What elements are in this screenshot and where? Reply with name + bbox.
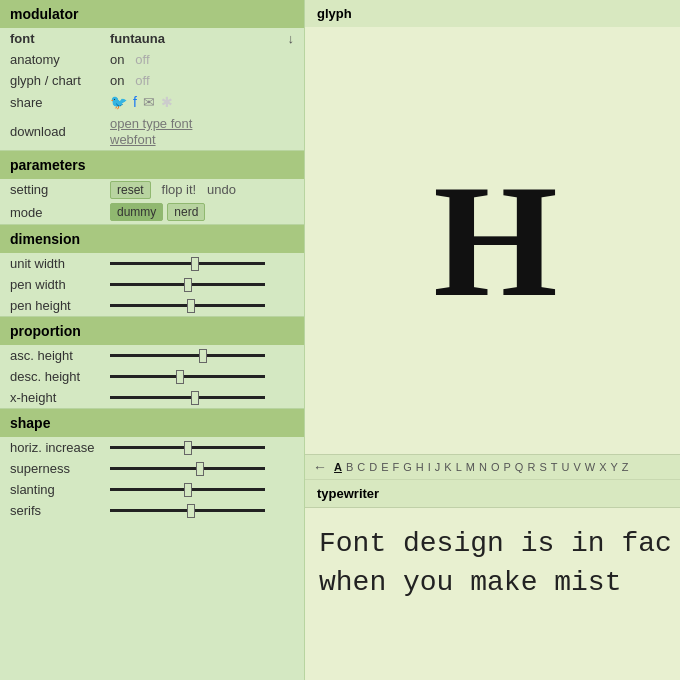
flop-button[interactable]: flop it!	[162, 182, 197, 197]
serifs-slider[interactable]	[110, 509, 265, 512]
modulator-header: modulator	[0, 0, 304, 28]
typewriter-header: typewriter	[305, 480, 680, 508]
horiz-increase-slider[interactable]	[110, 446, 265, 449]
asc-height-label: asc. height	[10, 348, 110, 363]
shape-section: shape horiz. increase superness slanting…	[0, 408, 304, 521]
serifs-row: serifs	[0, 500, 304, 521]
letter-Z[interactable]: Z	[621, 461, 630, 473]
pen-height-row: pen height	[0, 295, 304, 316]
left-panel: modulator font funtauna ↓ anatomy on off…	[0, 0, 305, 680]
letter-K[interactable]: K	[443, 461, 452, 473]
letter-A[interactable]: A	[333, 461, 343, 473]
unit-width-row: unit width	[0, 253, 304, 274]
glyph-chart-toggles: on off	[100, 70, 304, 91]
open-type-font-link[interactable]: open type font	[110, 116, 294, 131]
mode-buttons: dummy nerd	[110, 203, 294, 221]
dimension-section: dimension unit width pen width pen heigh…	[0, 224, 304, 316]
letter-U[interactable]: U	[560, 461, 570, 473]
glyph-header: glyph	[305, 0, 680, 27]
letter-H[interactable]: H	[415, 461, 425, 473]
letter-S[interactable]: S	[538, 461, 547, 473]
letter-X[interactable]: X	[598, 461, 607, 473]
twitter-icon[interactable]: 🐦	[110, 94, 127, 110]
font-name[interactable]: funtauna	[110, 31, 165, 46]
typewriter-text[interactable]: Font design is in fac when you make mist	[305, 508, 680, 618]
letter-B[interactable]: B	[345, 461, 354, 473]
anatomy-on-toggle[interactable]: on	[110, 52, 124, 67]
desc-height-slider[interactable]	[110, 375, 265, 378]
superness-slider[interactable]	[110, 467, 265, 470]
share-label: share	[0, 91, 100, 113]
share-icons: 🐦 f ✉ ✱	[110, 94, 294, 110]
glyph-off-toggle[interactable]: off	[135, 73, 149, 88]
typewriter-line1: Font design is in fac	[319, 524, 672, 563]
letter-G[interactable]: G	[402, 461, 413, 473]
glyph-chart-label: glyph / chart	[0, 70, 100, 91]
x-height-row: x-height	[0, 387, 304, 408]
letter-W[interactable]: W	[584, 461, 596, 473]
letter-F[interactable]: F	[392, 461, 401, 473]
font-row: font funtauna ↓	[0, 28, 304, 49]
slanting-slider[interactable]	[110, 488, 265, 491]
letter-N[interactable]: N	[478, 461, 488, 473]
letter-T[interactable]: T	[550, 461, 559, 473]
parameters-header: parameters	[0, 151, 304, 179]
setting-row: setting reset flop it! undo	[0, 179, 304, 200]
pen-height-slider[interactable]	[110, 304, 265, 307]
dummy-mode-button[interactable]: dummy	[110, 203, 163, 221]
desc-height-row: desc. height	[0, 366, 304, 387]
letter-I[interactable]: I	[427, 461, 432, 473]
anatomy-off-toggle[interactable]: off	[135, 52, 149, 67]
download-row: download open type font webfont	[0, 113, 304, 150]
anatomy-label: anatomy	[0, 49, 100, 70]
asc-height-slider[interactable]	[110, 354, 265, 357]
horiz-increase-row: horiz. increase	[0, 437, 304, 458]
slanting-label: slanting	[10, 482, 110, 497]
dimension-title: dimension	[10, 231, 80, 247]
unit-width-label: unit width	[10, 256, 110, 271]
facebook-icon[interactable]: f	[133, 94, 137, 110]
letter-M[interactable]: M	[465, 461, 476, 473]
letter-Y[interactable]: Y	[609, 461, 618, 473]
superness-label: superness	[10, 461, 110, 476]
mode-label: mode	[0, 200, 100, 224]
share-icons-cell: 🐦 f ✉ ✱	[100, 91, 304, 113]
letter-L[interactable]: L	[455, 461, 463, 473]
pen-width-slider[interactable]	[110, 283, 265, 286]
proportion-header: proportion	[0, 317, 304, 345]
proportion-section: proportion asc. height desc. height x-he…	[0, 316, 304, 408]
letter-V[interactable]: V	[572, 461, 581, 473]
modulator-table: font funtauna ↓ anatomy on off glyph / c…	[0, 28, 304, 150]
anatomy-row: anatomy on off	[0, 49, 304, 70]
anatomy-toggles: on off	[100, 49, 304, 70]
typewriter-section: typewriter Font design is in fac when yo…	[305, 480, 680, 680]
letter-J[interactable]: J	[434, 461, 442, 473]
nerd-mode-button[interactable]: nerd	[167, 203, 205, 221]
letter-D[interactable]: D	[368, 461, 378, 473]
webfont-link[interactable]: webfont	[110, 132, 294, 147]
email-icon[interactable]: ✉	[143, 94, 155, 110]
alphabet-left-arrow[interactable]: ←	[313, 459, 327, 475]
font-dropdown-arrow[interactable]: ↓	[288, 31, 295, 46]
desc-height-label: desc. height	[10, 369, 110, 384]
letter-O[interactable]: O	[490, 461, 501, 473]
letter-R[interactable]: R	[526, 461, 536, 473]
font-label: font	[0, 28, 100, 49]
serifs-label: serifs	[10, 503, 110, 518]
reset-button[interactable]: reset	[110, 181, 151, 199]
mode-controls: dummy nerd	[100, 200, 304, 224]
asc-height-row: asc. height	[0, 345, 304, 366]
slanting-row: slanting	[0, 479, 304, 500]
setting-label: setting	[0, 179, 100, 200]
undo-button[interactable]: undo	[207, 182, 236, 197]
letter-E[interactable]: E	[380, 461, 389, 473]
download-links: open type font webfont	[110, 116, 294, 147]
star-icon[interactable]: ✱	[161, 94, 173, 110]
pen-width-row: pen width	[0, 274, 304, 295]
letter-Q[interactable]: Q	[514, 461, 525, 473]
letter-C[interactable]: C	[356, 461, 366, 473]
unit-width-slider[interactable]	[110, 262, 265, 265]
x-height-slider[interactable]	[110, 396, 265, 399]
glyph-on-toggle[interactable]: on	[110, 73, 124, 88]
letter-P[interactable]: P	[503, 461, 512, 473]
